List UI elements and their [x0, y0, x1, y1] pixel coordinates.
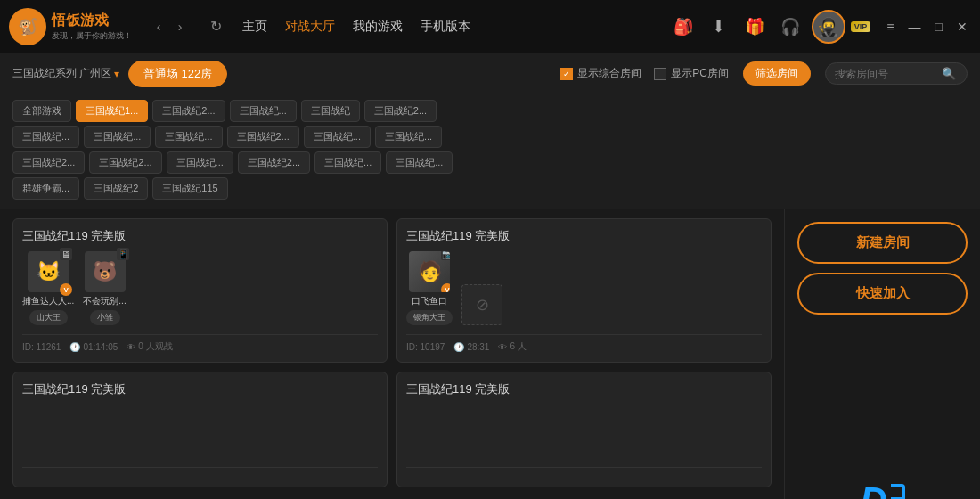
room1-rank1: 山大王	[29, 310, 68, 325]
wm-d-letter: D	[860, 482, 886, 499]
search-input[interactable]	[835, 68, 942, 80]
maximize-button[interactable]: □	[932, 18, 946, 36]
room2-vip1: V	[441, 283, 450, 292]
tag-3[interactable]: 三国战纪...	[230, 100, 297, 122]
wm-top-bracket	[891, 484, 905, 500]
tags-row-1: 全部游戏 三国战纪1... 三国战纪2... 三国战纪... 三国战纪 三国战纪…	[12, 100, 968, 122]
room1-time: 🕐 01:14:05	[69, 342, 118, 352]
tag-5[interactable]: 三国战纪2...	[364, 100, 437, 122]
tags-row-4: 群雄争霸... 三国战纪2 三国战纪115	[12, 177, 968, 200]
avatar-area[interactable]: 🥷 VIP	[812, 10, 871, 44]
room2-id: ID: 10197	[406, 342, 445, 352]
watermark: D 微当下载 WWW.WEIDOWN.COM	[839, 482, 925, 499]
room2-player1: 🧑 📷 V 口飞鱼口 银角大王	[406, 251, 453, 325]
right-sidebar: 新建房间 快速加入 D 微当下载 WWW.WEIDOWN.COM	[784, 209, 980, 499]
forward-button[interactable]: ›	[169, 16, 191, 37]
breadcrumb-series[interactable]: 三国战纪系列 广州区 ▾	[12, 66, 119, 81]
watermark-logo: D	[860, 482, 904, 499]
nav-links: 主页 对战大厅 我的游戏 手机版本	[242, 19, 470, 35]
tag-10[interactable]: 三国战纪...	[304, 126, 371, 148]
room2-title: 三国战纪119 完美版	[406, 228, 762, 244]
tag-9[interactable]: 三国战纪2...	[227, 126, 299, 148]
close-button[interactable]: ✕	[953, 18, 971, 36]
room1-avatar1: 🐱 🖥 V	[28, 251, 69, 292]
checkbox1-box: ✓	[560, 68, 573, 80]
nav-mobile[interactable]: 手机版本	[421, 19, 470, 35]
tag-19[interactable]: 三国战纪2	[84, 177, 148, 200]
nav-mygames[interactable]: 我的游戏	[353, 19, 403, 35]
room2-avatar1: 🧑 📷 V	[409, 251, 450, 292]
nav-lobby[interactable]: 对战大厅	[285, 19, 335, 35]
tag-6[interactable]: 三国战纪...	[12, 126, 79, 148]
topbar: 🐒 悟饭游戏 发现，属于你的游戏！ ‹ › ↻ 主页 对战大厅 我的游戏 手机版…	[0, 0, 980, 53]
window-controls: ≡ — □ ✕	[883, 18, 971, 36]
nav-arrows: ‹ ›	[148, 16, 191, 37]
room2-watchers: 👁 6 人	[498, 340, 526, 353]
breadcrumb-series-label: 三国战纪系列	[12, 66, 77, 81]
room-card-4[interactable]: 三国战纪119 完美版	[396, 372, 772, 487]
checkbox-area: ✓ 显示综合房间 显示PC房间	[560, 66, 729, 81]
tag-2[interactable]: 三国战纪2...	[152, 100, 225, 122]
tag-17[interactable]: 三国战纪...	[386, 151, 453, 174]
room4-players	[406, 405, 762, 458]
room-label: 普通场 122房	[143, 66, 212, 82]
room2-rank1: 银角大王	[406, 310, 453, 325]
room1-id: ID: 11261	[22, 342, 61, 352]
refresh-button[interactable]: ↻	[203, 14, 228, 39]
wm-brackets	[891, 482, 905, 499]
tag-8[interactable]: 三国战纪...	[155, 126, 222, 148]
room1-avatar2: 🐻 📱	[85, 251, 126, 292]
app-title: 悟饭游戏	[52, 12, 132, 30]
download-icon[interactable]: ⬇	[706, 14, 731, 39]
room1-indicator1: 🖥	[60, 248, 72, 260]
filter-button[interactable]: 筛选房间	[743, 61, 811, 86]
tags-row-3: 三国战纪2... 三国战纪2... 三国战纪... 三国战纪2... 三国战纪.…	[12, 151, 968, 174]
nav-home[interactable]: 主页	[242, 19, 267, 35]
room2-name1: 口飞鱼口	[412, 295, 447, 307]
bag-icon[interactable]: 🎒	[671, 14, 696, 39]
menu-button[interactable]: ≡	[883, 18, 897, 36]
room2-indicator1: 📷	[441, 251, 450, 260]
topbar-icons: 🎒 ⬇ 🎁 🎧	[671, 14, 803, 39]
quick-join-button[interactable]: 快速加入	[797, 273, 968, 315]
tag-16[interactable]: 三国战纪...	[314, 151, 381, 174]
room1-players: 🐱 🖥 V 捕鱼达人人... 山大王 🐻 📱 不会玩别... 小雏	[22, 251, 378, 325]
show-pc-checkbox[interactable]: 显示PC房间	[654, 66, 729, 81]
room-card-1[interactable]: 三国战纪119 完美版 🐱 🖥 V 捕鱼达人人... 山大王 🐻 📱	[12, 218, 388, 363]
tag-11[interactable]: 三国战纪...	[375, 126, 442, 148]
logo-text: 悟饭游戏 发现，属于你的游戏！	[52, 12, 132, 42]
room2-avatar2: ⊘	[461, 284, 502, 325]
show-combined-checkbox[interactable]: ✓ 显示综合房间	[560, 66, 641, 81]
room-card-3[interactable]: 三国战纪119 完美版	[12, 372, 388, 487]
tag-12[interactable]: 三国战纪2...	[12, 151, 85, 174]
room-card-2[interactable]: 三国战纪119 完美版 🧑 📷 V 口飞鱼口 银角大王 ⊘ ID: 10197	[396, 218, 772, 363]
tag-4[interactable]: 三国战纪	[301, 100, 360, 122]
vip-badge: VIP	[851, 21, 871, 32]
breadcrumb-region-label: 广州区	[79, 66, 111, 81]
search-icon[interactable]: 🔍	[942, 67, 956, 80]
room2-players: 🧑 📷 V 口飞鱼口 银角大王 ⊘	[406, 251, 762, 325]
tag-7[interactable]: 三国战纪...	[84, 126, 151, 148]
room2-time: 🕐 28:31	[453, 342, 489, 352]
tag-15[interactable]: 三国战纪2...	[238, 151, 310, 174]
tag-14[interactable]: 三国战纪...	[167, 151, 233, 174]
logo-icon: 🐒	[9, 8, 46, 45]
tag-1[interactable]: 三国战纪1...	[76, 100, 148, 122]
tag-all[interactable]: 全部游戏	[12, 100, 71, 122]
room2-footer: ID: 10197 🕐 28:31 👁 6 人	[406, 334, 762, 353]
headset-icon[interactable]: 🎧	[778, 14, 803, 39]
room4-footer	[406, 467, 762, 473]
back-button[interactable]: ‹	[148, 16, 169, 37]
room3-players	[22, 405, 378, 458]
room-badge[interactable]: 普通场 122房	[128, 61, 227, 87]
search-box: 🔍	[825, 62, 968, 85]
tag-18[interactable]: 群雄争霸...	[12, 177, 79, 200]
minimize-button[interactable]: —	[905, 18, 925, 36]
tag-13[interactable]: 三国战纪2...	[89, 151, 161, 174]
tag-20[interactable]: 三国战纪115	[152, 177, 227, 200]
gift-icon[interactable]: 🎁	[742, 14, 767, 39]
room1-footer: ID: 11261 🕐 01:14:05 👁 0 人观战	[22, 334, 378, 353]
room1-watchers: 👁 0 人观战	[127, 340, 172, 353]
room1-indicator2: 📱	[117, 248, 129, 260]
new-room-button[interactable]: 新建房间	[797, 222, 968, 264]
